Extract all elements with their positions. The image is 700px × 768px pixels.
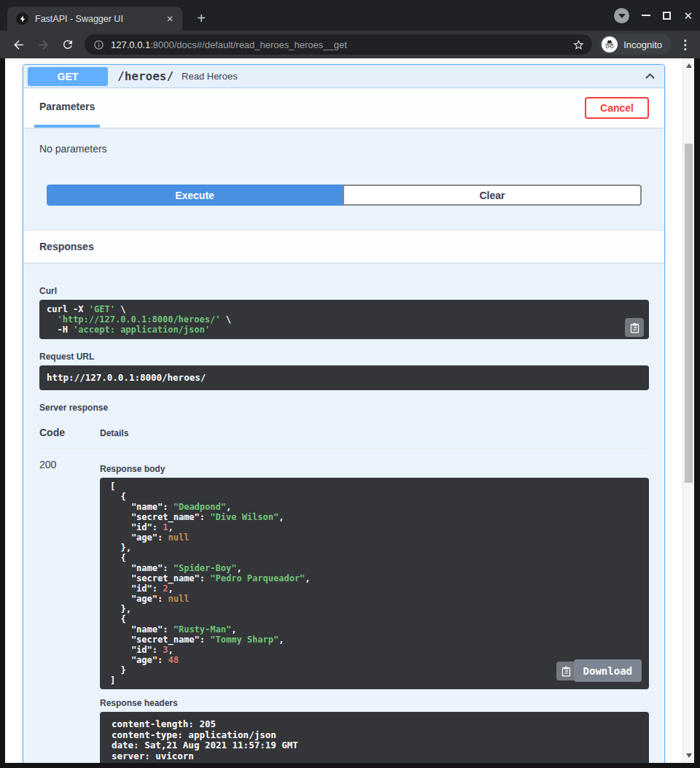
execute-button[interactable]: Execute [47,185,343,206]
url-path: :8000/docs#/default/read_heroes_heroes__… [150,39,347,50]
responses-body: Curl curl -X 'GET' \ 'http://127.0.0.1:8… [23,263,664,763]
collapse-chevron-icon[interactable] [643,69,657,83]
endpoint-path: /heroes/ [117,69,174,83]
response-headers-label: Response headers [100,698,649,708]
incognito-badge: Incognito [599,34,672,55]
operation-header[interactable]: GET /heroes/ Read Heroes [23,65,664,88]
fastapi-favicon-icon [16,12,28,25]
reload-button[interactable] [55,34,80,55]
response-body-json: [ { "name": "Deadpond", "secret_name": "… [110,481,642,686]
response-details: Response body [ { "name": "Deadpond", "s… [100,457,649,763]
response-headers-text: content-length: 205 content-type: applic… [112,719,637,761]
request-url-block: http://127.0.0.1:8000/heroes/ [39,365,649,390]
back-button[interactable] [6,34,31,55]
incognito-icon [602,36,618,53]
url-text[interactable]: 127.0.0.1:8000/docs#/default/read_heroes… [111,39,572,50]
forward-button[interactable] [31,34,55,55]
execute-row: Execute Clear [47,185,642,206]
url-bar[interactable]: 127.0.0.1:8000/docs#/default/read_heroes… [85,34,592,55]
browser-tab[interactable]: FastAPI - Swagger UI ✕ [7,7,182,31]
operation-block: GET /heroes/ Read Heroes Parameters Canc… [23,64,665,763]
no-parameters-text: No parameters [39,143,664,155]
parameters-header: Parameters Cancel [23,88,664,128]
window-controls: ✕ [614,0,693,31]
endpoint-summary: Read Heroes [182,71,238,82]
status-code: 200 [39,457,100,763]
swagger-page: GET /heroes/ Read Heroes Parameters Canc… [5,58,682,763]
scrollbar-thumb[interactable] [685,144,693,483]
scrollbar-down-arrow[interactable] [683,750,695,761]
curl-label: Curl [39,286,649,296]
tab-close-icon[interactable]: ✕ [163,12,176,26]
kebab-menu-icon[interactable]: ⋮ [679,37,691,53]
incognito-label: Incognito [623,39,662,50]
response-body-label: Response body [100,457,649,474]
page-scrollbar[interactable] [682,58,694,763]
parameters-body: No parameters Execute Clear [23,143,664,230]
bookmark-star-icon[interactable] [572,39,585,51]
table-divider [39,449,649,449]
response-table-head: Code Details [39,427,649,438]
response-row: 200 Response body [ { "name": "Deadpond"… [39,457,649,763]
server-response-label: Server response [39,403,649,413]
close-button[interactable]: ✕ [683,10,693,21]
scrollbar-up-arrow[interactable] [683,60,695,71]
url-host: 127.0.0.1 [111,39,150,50]
cancel-button[interactable]: Cancel [585,97,649,119]
tab-title: FastAPI - Swagger UI [35,14,163,24]
clear-button[interactable]: Clear [343,185,642,206]
browser-window: FastAPI - Swagger UI ✕ + ✕ 127.0.0.1:800… [0,0,700,768]
curl-code-block: curl -X 'GET' \ 'http://127.0.0.1:8000/h… [39,300,649,339]
responses-header: Responses [23,230,664,263]
maximize-button[interactable] [663,12,671,20]
copy-response-button[interactable] [556,662,575,680]
curl-command: curl -X 'GET' \ 'http://127.0.0.1:8000/h… [47,304,642,335]
details-column-header: Details [100,428,128,438]
new-tab-button[interactable]: + [191,8,211,28]
content-area: GET /heroes/ Read Heroes Parameters Canc… [0,58,700,768]
browser-update-icon[interactable] [614,8,629,23]
titlebar: FastAPI - Swagger UI ✕ + ✕ [0,0,700,31]
code-column-header: Code [39,427,100,438]
site-info-icon[interactable] [93,39,104,50]
response-headers-block: content-length: 205 content-type: applic… [100,712,649,763]
download-button[interactable]: Download [574,659,642,682]
tab-parameters[interactable]: Parameters [34,88,100,128]
copy-curl-button[interactable] [625,318,644,337]
request-url-value: http://127.0.0.1:8000/heroes/ [47,373,642,383]
request-url-label: Request URL [39,352,649,362]
minimize-button[interactable] [642,15,650,16]
response-body-block: [ { "name": "Deadpond", "secret_name": "… [100,478,649,689]
navigation-toolbar: 127.0.0.1:8000/docs#/default/read_heroes… [0,31,700,58]
method-badge: GET [28,67,108,86]
responses-title: Responses [39,241,94,252]
